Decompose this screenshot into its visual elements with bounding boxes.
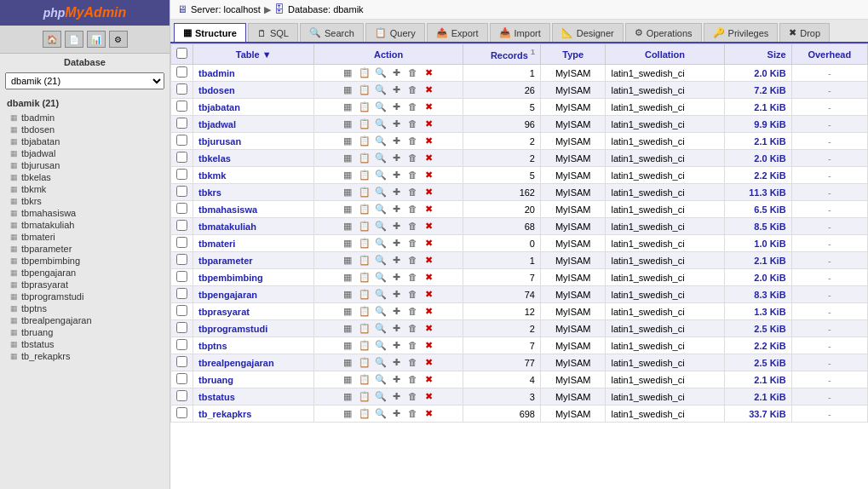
empty-icon[interactable]: 🗑 <box>406 255 420 267</box>
home-icon-btn[interactable]: 🏠 <box>43 31 61 48</box>
drop-icon[interactable]: ✖ <box>423 187 436 198</box>
drop-icon[interactable]: ✖ <box>423 391 436 403</box>
row-table-name[interactable]: tbptns <box>193 337 314 354</box>
structure-icon[interactable]: 📋 <box>358 170 371 181</box>
search-icon[interactable]: 🔍 <box>374 67 388 79</box>
row-checkbox-tbkrs[interactable] <box>176 186 187 197</box>
settings-icon-btn[interactable]: ⚙ <box>109 31 128 48</box>
empty-icon[interactable]: 🗑 <box>406 238 420 250</box>
search-icon[interactable]: 🔍 <box>374 357 388 369</box>
insert-icon[interactable]: ✚ <box>390 391 404 403</box>
sidebar-item-tbpengajaran[interactable]: ▦tbpengajaran <box>0 267 170 279</box>
search-icon[interactable]: 🔍 <box>374 101 388 113</box>
structure-icon[interactable]: 📋 <box>358 289 371 301</box>
tab-import[interactable]: 📥Import <box>490 23 550 42</box>
empty-icon[interactable]: 🗑 <box>406 221 420 233</box>
browse-icon[interactable]: ▦ <box>341 255 354 267</box>
search-icon[interactable]: 🔍 <box>374 306 388 318</box>
empty-icon[interactable]: 🗑 <box>406 84 420 96</box>
drop-icon[interactable]: ✖ <box>423 204 436 216</box>
insert-icon[interactable]: ✚ <box>390 255 404 267</box>
insert-icon[interactable]: ✚ <box>390 340 404 352</box>
empty-icon[interactable]: 🗑 <box>406 187 420 198</box>
status-icon-btn[interactable]: 📊 <box>87 31 106 48</box>
browse-icon[interactable]: ▦ <box>341 101 354 113</box>
search-icon[interactable]: 🔍 <box>374 84 388 96</box>
row-checkbox-tbrealpengajaran[interactable] <box>176 356 187 367</box>
sidebar-item-tbkrs[interactable]: ▦tbkrs <box>0 195 170 207</box>
tab-operations[interactable]: ⚙Operations <box>625 23 702 42</box>
insert-icon[interactable]: ✚ <box>390 152 404 164</box>
sidebar-item-tbkelas[interactable]: ▦tbkelas <box>0 171 170 183</box>
search-icon[interactable]: 🔍 <box>374 374 388 386</box>
sidebar-item-tbdosen[interactable]: ▦tbdosen <box>0 124 170 135</box>
row-checkbox-tbpembimbing[interactable] <box>176 271 187 282</box>
insert-icon[interactable]: ✚ <box>390 408 404 420</box>
search-icon[interactable]: 🔍 <box>374 170 388 181</box>
structure-icon[interactable]: 📋 <box>358 187 371 198</box>
select-all-checkbox[interactable] <box>176 48 187 59</box>
structure-icon[interactable]: 📋 <box>358 306 371 318</box>
search-icon[interactable]: 🔍 <box>374 118 388 130</box>
empty-icon[interactable]: 🗑 <box>406 408 420 420</box>
db-select[interactable]: dbamik (21) <box>5 72 164 89</box>
row-table-name[interactable]: tbjabatan <box>193 99 314 116</box>
row-table-name[interactable]: tbjadwal <box>193 116 314 133</box>
drop-icon[interactable]: ✖ <box>423 272 436 284</box>
tab-sql[interactable]: 🗒SQL <box>248 23 298 42</box>
insert-icon[interactable]: ✚ <box>390 357 404 369</box>
row-table-name[interactable]: tbparameter <box>193 252 314 269</box>
tab-query[interactable]: 📋Query <box>365 23 425 42</box>
row-table-name[interactable]: tbruang <box>193 371 314 388</box>
row-checkbox-tbmatakuliah[interactable] <box>176 220 187 231</box>
row-checkbox-tbptns[interactable] <box>176 339 187 350</box>
row-checkbox-tbprogramstudi[interactable] <box>176 322 187 333</box>
insert-icon[interactable]: ✚ <box>390 272 404 284</box>
browse-icon[interactable]: ▦ <box>341 204 354 216</box>
search-icon[interactable]: 🔍 <box>374 255 388 267</box>
insert-icon[interactable]: ✚ <box>390 374 404 386</box>
row-checkbox-tbjurusan[interactable] <box>176 135 187 146</box>
structure-icon[interactable]: 📋 <box>358 67 371 79</box>
insert-icon[interactable]: ✚ <box>390 135 404 147</box>
row-checkbox-tbdosen[interactable] <box>176 83 187 95</box>
structure-icon[interactable]: 📋 <box>358 101 371 113</box>
row-checkbox-tbjabatan[interactable] <box>176 101 187 112</box>
structure-icon[interactable]: 📋 <box>358 238 371 250</box>
search-icon[interactable]: 🔍 <box>374 221 388 233</box>
row-checkbox-tbprasyarat[interactable] <box>176 305 187 316</box>
row-checkbox-tbjadwal[interactable] <box>176 118 187 129</box>
browse-icon[interactable]: ▦ <box>341 289 354 301</box>
sidebar-item-tbprogramstudi[interactable]: ▦tbprogramstudi <box>0 291 170 302</box>
row-table-name[interactable]: tbpengajaran <box>193 286 314 303</box>
row-table-name[interactable]: tbmateri <box>193 235 314 252</box>
drop-icon[interactable]: ✖ <box>423 84 436 96</box>
sidebar-item-tbmahasiswa[interactable]: ▦tbmahasiswa <box>0 207 170 219</box>
drop-icon[interactable]: ✖ <box>423 238 436 250</box>
browse-icon[interactable]: ▦ <box>341 170 354 181</box>
empty-icon[interactable]: 🗑 <box>406 170 420 181</box>
structure-icon[interactable]: 📋 <box>358 255 371 267</box>
row-checkbox-tbkmk[interactable] <box>176 169 187 180</box>
sidebar-item-tbjurusan[interactable]: ▦tbjurusan <box>0 159 170 171</box>
browse-icon[interactable]: ▦ <box>341 118 354 130</box>
drop-icon[interactable]: ✖ <box>423 101 436 113</box>
structure-icon[interactable]: 📋 <box>358 84 371 96</box>
insert-icon[interactable]: ✚ <box>390 204 404 216</box>
search-icon[interactable]: 🔍 <box>374 238 388 250</box>
row-checkbox-tbparameter[interactable] <box>176 254 187 265</box>
browse-icon[interactable]: ▦ <box>341 340 354 352</box>
row-table-name[interactable]: tbkmk <box>193 167 314 184</box>
browse-icon[interactable]: ▦ <box>341 67 354 79</box>
structure-icon[interactable]: 📋 <box>358 272 371 284</box>
row-checkbox-tbstatus[interactable] <box>176 390 187 401</box>
empty-icon[interactable]: 🗑 <box>406 357 420 369</box>
empty-icon[interactable]: 🗑 <box>406 272 420 284</box>
sidebar-item-tbruang[interactable]: ▦tbruang <box>0 326 170 338</box>
structure-icon[interactable]: 📋 <box>358 221 371 233</box>
row-table-name[interactable]: tbrealpengajaran <box>193 354 314 371</box>
sidebar-item-tbmateri[interactable]: ▦tbmateri <box>0 231 170 243</box>
empty-icon[interactable]: 🗑 <box>406 152 420 164</box>
row-table-name[interactable]: tbjurusan <box>193 133 314 150</box>
empty-icon[interactable]: 🗑 <box>406 340 420 352</box>
